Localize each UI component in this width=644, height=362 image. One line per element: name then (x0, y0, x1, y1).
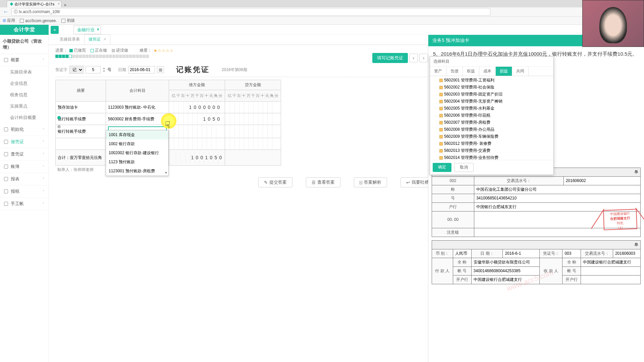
spin-down[interactable]: ▼ (103, 70, 105, 73)
url-input[interactable]: lx.acc5.com/main_109/ (11, 8, 490, 16)
tree-item[interactable]: 5602005 管理费用-水利基金 (430, 105, 553, 112)
progress-cell[interactable] (116, 55, 119, 58)
tree-item[interactable]: 5602008 管理费用-办公用品 (430, 126, 553, 133)
picker-tab[interactable]: 共同 (512, 67, 529, 76)
progress-cell[interactable] (106, 55, 109, 58)
voucher-row[interactable]: 预存加油卡 1123003 预付账款- 中石化 1000000 (56, 102, 281, 113)
tree-item[interactable]: 5602003 管理费用-固定资产折旧 (430, 91, 553, 98)
progress-cell[interactable] (132, 55, 136, 58)
dropdown-option[interactable]: 1123001 预付账款-房租费 (106, 167, 168, 176)
progress-cell[interactable] (109, 55, 112, 58)
picker-tab[interactable]: 损益 (496, 67, 512, 76)
sidebar-group-账簿[interactable]: 账簿˅ (0, 161, 48, 173)
dropdown-option[interactable]: 1002 银行存款 (106, 139, 168, 148)
dropdown-option[interactable]: 1001 库存现金 (106, 130, 168, 139)
sidebar-item[interactable]: 会计科目概要 (0, 112, 48, 123)
view-answer-button[interactable]: ☰查看答案 (306, 177, 340, 187)
next-button[interactable]: › (419, 54, 428, 62)
progress-cell[interactable] (99, 55, 102, 58)
subject-tree[interactable]: 5602001 管理费用-工资福利5602002 管理费用-社会保险560200… (430, 76, 553, 160)
sidebar-group-查凭证[interactable]: 查凭证˅ (0, 148, 48, 161)
dropdown-option[interactable]: 1123 预付账款 (106, 158, 168, 167)
sidebar-item[interactable]: 税务信息 (0, 89, 48, 101)
progress-cell[interactable] (79, 55, 82, 58)
tree-item[interactable]: 5602009 管理费用-车辆保险费 (430, 133, 553, 140)
progress-cell[interactable] (146, 55, 149, 58)
picker-tab[interactable]: 资产 (430, 67, 446, 76)
tab-voucher[interactable]: 做凭证 × (84, 34, 110, 45)
tree-item[interactable]: 5602014 管理费用-业务招待费 (430, 154, 553, 160)
progress-cell[interactable] (86, 55, 89, 58)
receipts-area[interactable]: 单 002交易流水号：201606002 称中国石油化工集团公司安徽分公司 号3… (428, 166, 644, 362)
apps-shortcut[interactable]: ⊞ 应用 (3, 18, 15, 23)
calendar-icon[interactable]: ▦ (157, 66, 164, 73)
back-icon[interactable]: ← (3, 8, 9, 15)
new-tab-button[interactable]: ▸ (62, 2, 69, 7)
progress-cell[interactable] (65, 55, 68, 58)
voucher-row[interactable]: 银行转账手续费 5603002 财务费用-手续费 1050 (56, 113, 281, 125)
progress-cell[interactable] (143, 55, 146, 58)
progress-cell[interactable] (75, 55, 78, 58)
progress-cell[interactable] (92, 55, 95, 58)
receipt-2: 单 币 别：人民币 日 期：2016-6-1 凭证号：003 交易流水号：201… (432, 240, 641, 284)
close-icon[interactable]: × (104, 37, 106, 42)
bookmark-item[interactable]: 初级 (61, 18, 75, 23)
tree-item[interactable]: 5602012 管理费用- 装修费 (430, 140, 553, 147)
progress-cell[interactable] (62, 55, 65, 58)
progress-cell[interactable] (89, 55, 92, 58)
prev-button[interactable]: ‹ (409, 54, 418, 62)
sidebar-group-做凭证[interactable]: 做凭证˅ (0, 136, 48, 148)
picker-tab[interactable]: 权益 (463, 67, 479, 76)
date-input[interactable] (128, 66, 155, 73)
tree-item[interactable]: 5602013 管理费用-交通费 (430, 147, 553, 154)
progress-cell[interactable] (112, 55, 115, 58)
tree-item[interactable]: 5602007 管理费用-房租费 (430, 119, 553, 126)
sidebar-group-报表[interactable]: 报表˅ (0, 173, 48, 185)
col-credit: 贷方金额 (225, 80, 281, 90)
sidebar-group-初始化[interactable]: 初始化˅ (0, 123, 48, 136)
dropdown-option[interactable]: 1002002 银行存款-建设银行 (106, 148, 168, 158)
sidebar-group-报税[interactable]: 报税˅ (0, 185, 48, 198)
analysis-button[interactable]: ⌸答案解析 (354, 177, 387, 187)
progress-cell[interactable] (102, 55, 105, 58)
bookmark-item[interactable]: acc5com.gensee. (20, 18, 57, 23)
tree-item[interactable]: 5602004 管理费用-无形资产摊销 (430, 98, 553, 105)
sidebar-item[interactable]: 企业信息 (0, 78, 48, 89)
submit-answer-button[interactable]: ✎提交答案 (258, 177, 292, 187)
tree-item[interactable]: 5602006 管理费用-印花税 (430, 112, 553, 119)
progress-cell[interactable] (96, 55, 99, 58)
sidebar-group-手工帐[interactable]: 手工帐˅ (0, 198, 48, 210)
industry-dropdown[interactable]: 金融行业 (73, 25, 101, 34)
progress-cell[interactable] (82, 55, 85, 58)
progress-cell[interactable] (126, 55, 129, 58)
sidebar-item[interactable]: 实操目录表 (0, 66, 48, 78)
progress-cell[interactable] (129, 55, 132, 58)
progress-cell[interactable] (136, 55, 139, 58)
tree-item[interactable]: 5602001 管理费用-工资福利 (430, 77, 553, 84)
subject-autocomplete-dropdown[interactable]: 1001 库存现金1002 银行存款1002002 银行存款-建设银行1123 … (106, 130, 169, 176)
voucher-word-select[interactable]: 记 (69, 66, 84, 74)
fill-voucher-button[interactable]: 填写记账凭证 (372, 53, 408, 63)
picker-tab[interactable]: 成本 (479, 67, 496, 76)
close-icon[interactable]: × (58, 2, 60, 6)
progress-cell[interactable] (59, 55, 62, 58)
sidebar-group-概要[interactable]: 概要˄ (0, 54, 48, 66)
picker-tab[interactable]: 负债 (446, 67, 463, 76)
progress-cell[interactable] (72, 55, 75, 58)
progress-cell[interactable] (122, 55, 125, 58)
collapse-sidebar-button[interactable]: « (51, 26, 59, 34)
row-indicator[interactable] (57, 125, 61, 128)
tab-directory[interactable]: 实操目录表 (55, 34, 84, 45)
cancel-button[interactable]: 取消 (454, 163, 474, 172)
progress-cell[interactable] (69, 55, 72, 58)
sidebar-item[interactable]: 实操重点 (0, 101, 48, 112)
ok-button[interactable]: 确定 (433, 163, 451, 172)
tree-item[interactable]: 5602002 管理费用-社会保险 (430, 84, 553, 91)
browser-tab[interactable]: ◆ 会计学堂实操中心-会计s × (7, 1, 61, 7)
voucher-number-input[interactable] (86, 66, 101, 73)
row-indicator[interactable] (57, 116, 61, 119)
spin-up[interactable]: ▲ (103, 67, 105, 70)
progress-cell[interactable] (119, 55, 122, 58)
progress-cell[interactable] (55, 55, 58, 58)
progress-cell[interactable] (139, 55, 142, 58)
